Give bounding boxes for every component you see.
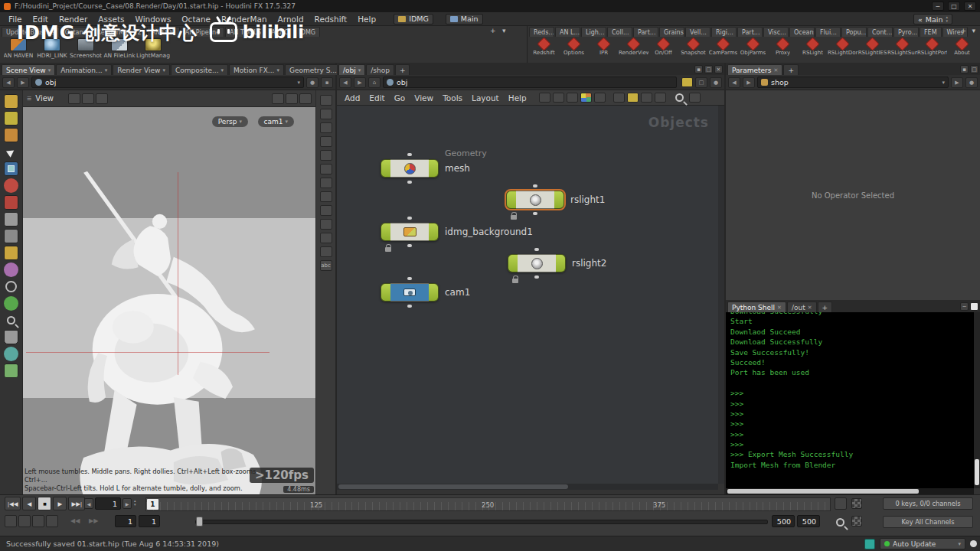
- current-frame-field[interactable]: 1: [95, 497, 121, 510]
- brush-select-icon[interactable]: [96, 93, 108, 104]
- update-mode-icon[interactable]: [835, 497, 847, 510]
- frame-step-back-icon[interactable]: ◀: [84, 498, 93, 509]
- shelf-tool[interactable]: LightManager: [136, 37, 170, 62]
- color-swatch-icon[interactable]: [681, 77, 693, 87]
- back-button[interactable]: ◀: [2, 77, 15, 88]
- view-menu[interactable]: View: [35, 94, 54, 103]
- rotate-tool-icon[interactable]: [4, 195, 18, 210]
- right-main-combo[interactable]: « Main ▴▾: [913, 14, 952, 24]
- node-flag-right[interactable]: [429, 159, 439, 178]
- shelf-tool[interactable]: Screenshot: [69, 37, 103, 62]
- shelf-tab[interactable]: Reds...: [529, 27, 554, 37]
- sphere-tool-icon[interactable]: [4, 296, 18, 311]
- network-canvas[interactable]: Objects Geometry mesh rslight1: [337, 106, 718, 484]
- audio-options-icon[interactable]: [18, 515, 31, 527]
- node-flag-right[interactable]: [429, 223, 439, 241]
- node-mesh[interactable]: Geometry mesh: [381, 159, 439, 178]
- menu-item[interactable]: Octane: [176, 15, 216, 24]
- node-body[interactable]: [390, 159, 429, 178]
- radio-link-icon[interactable]: ●: [965, 77, 978, 88]
- node-output-dot[interactable]: [407, 244, 412, 247]
- pane-menu-icon[interactable]: ─: [960, 302, 969, 311]
- add-pane-tab-button[interactable]: +: [818, 302, 833, 312]
- terrain-tool-icon[interactable]: [4, 364, 18, 378]
- menu-item[interactable]: Edit: [364, 93, 389, 103]
- network-horizontal-scrollbar[interactable]: [337, 484, 718, 490]
- tag-tool-icon[interactable]: [4, 128, 18, 142]
- node-input-dot[interactable]: [533, 184, 537, 187]
- camera-persp-selector[interactable]: Persp▾: [212, 116, 248, 127]
- network-vertical-scrollbar[interactable]: [718, 106, 724, 484]
- shelf-tool[interactable]: Options: [559, 37, 589, 62]
- playbar-magnifier-icon[interactable]: [833, 515, 848, 530]
- shelf-tool-drop-icon[interactable]: [4, 111, 18, 126]
- add-shelf-tab-button[interactable]: +: [957, 27, 969, 34]
- python-shell-console[interactable]: Download SuccessfullyStartDownlaod Succe…: [726, 312, 974, 488]
- display-normals-icon[interactable]: [320, 205, 332, 216]
- camera-lock-icon[interactable]: [320, 109, 332, 119]
- shading-mode-icon[interactable]: [320, 136, 332, 147]
- shelf-tool[interactable]: Snapshot: [678, 37, 708, 62]
- menu-item[interactable]: File: [3, 15, 28, 24]
- list-view-icon[interactable]: [567, 93, 578, 103]
- menu-item[interactable]: Help: [352, 15, 381, 24]
- shelf-tool[interactable]: RSLightSun: [887, 37, 917, 62]
- node-idmg-background1[interactable]: idmg_background1: [381, 223, 439, 241]
- shelf-tab[interactable]: Coll...: [607, 27, 632, 37]
- tab-motion-fx[interactable]: Motion FX...▾: [229, 64, 284, 75]
- frame-spinner[interactable]: ▴▾: [134, 499, 136, 507]
- shelf-tool[interactable]: Proxy: [768, 37, 798, 62]
- background-image-icon[interactable]: [320, 246, 332, 257]
- shelf-tab-overflow-icon[interactable]: ▾: [499, 27, 509, 34]
- view-quality-icon[interactable]: [320, 233, 332, 243]
- node-input-dot[interactable]: [407, 217, 412, 220]
- node-body[interactable]: [390, 283, 429, 302]
- shelf-tab[interactable]: IDMG: [294, 27, 320, 37]
- camera-cam1-selector[interactable]: cam1▾: [258, 116, 294, 127]
- shelf-tab-overflow-icon[interactable]: ▾: [969, 27, 978, 34]
- tab-out-network[interactable]: /out✕: [787, 302, 817, 312]
- pane-maximize-icon[interactable]: [970, 302, 978, 311]
- import-tool-icon[interactable]: [4, 94, 18, 109]
- pane-pin-icon[interactable]: ▪: [960, 65, 969, 73]
- shelf-tab[interactable]: Popu...: [841, 27, 867, 37]
- pane-maximize-icon[interactable]: □: [970, 65, 978, 73]
- shelf-tool[interactable]: RSLightDome: [828, 37, 858, 62]
- shelf-tool[interactable]: RSLightPortal: [917, 37, 947, 62]
- menu-item[interactable]: Add: [340, 93, 364, 103]
- radio-link-icon[interactable]: ●: [710, 77, 722, 88]
- node-flag-left[interactable]: [381, 223, 390, 241]
- shelf-tab[interactable]: Part...: [737, 27, 763, 37]
- lighting-icon[interactable]: [320, 164, 332, 174]
- tab-composite-view[interactable]: Composite...▾: [171, 64, 228, 75]
- pane-close-icon[interactable]: ✕: [714, 65, 723, 73]
- shelf-tool[interactable]: RenderView: [619, 37, 648, 62]
- shelf-tab[interactable]: Cont...: [867, 27, 893, 37]
- view-pivot-icon[interactable]: [320, 122, 332, 133]
- snap-grid-icon[interactable]: [272, 93, 284, 104]
- snapshot-icon[interactable]: □: [695, 77, 707, 88]
- pose-tool-icon[interactable]: [4, 229, 18, 243]
- tree-view-icon[interactable]: [553, 93, 564, 103]
- scrollbar-thumb[interactable]: [727, 489, 919, 494]
- grid-snap-icon[interactable]: [594, 93, 606, 103]
- key-all-channels-button[interactable]: Key All Channels: [883, 516, 973, 528]
- transport-button[interactable]: |◀◀: [5, 497, 21, 510]
- close-button[interactable]: ✕: [964, 2, 976, 11]
- node-output-dot[interactable]: [407, 305, 412, 308]
- back-button[interactable]: ◀: [728, 77, 740, 88]
- network-path-field[interactable]: obj: [383, 77, 677, 88]
- pane-maximize-icon[interactable]: □: [704, 65, 713, 73]
- flag-palette-icon[interactable]: [627, 93, 639, 103]
- current-frame-marker[interactable]: 1: [147, 499, 158, 510]
- combo-spinner[interactable]: ▴▾: [946, 15, 948, 23]
- auto-key-icon[interactable]: [851, 516, 862, 527]
- transport-button[interactable]: ▶: [53, 497, 67, 510]
- node-rslight2[interactable]: rslight2: [508, 254, 566, 272]
- range-slider-handle[interactable]: [196, 517, 203, 527]
- scale-tool-icon[interactable]: [4, 212, 18, 227]
- snapshot-cup-icon[interactable]: [4, 330, 18, 344]
- shelf-tool[interactable]: RSLightIES: [858, 37, 887, 62]
- node-flag-right[interactable]: [429, 283, 439, 302]
- timestamp-icon[interactable]: [641, 93, 652, 103]
